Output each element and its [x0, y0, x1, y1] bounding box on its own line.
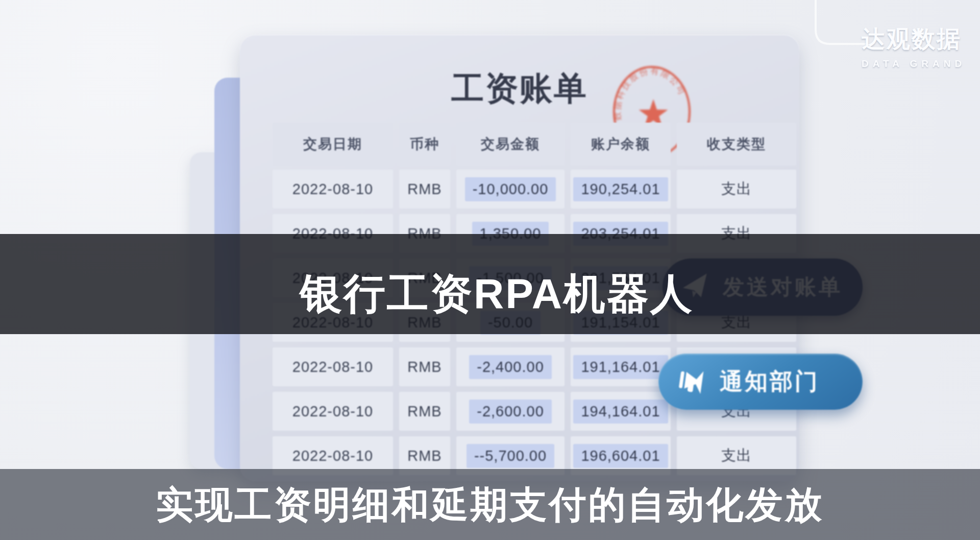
cell-date: 2022-08-10 — [273, 170, 393, 208]
col-header-amount: 交易金额 — [456, 123, 565, 166]
main-title: 银行工资RPA机器人 — [300, 266, 694, 322]
subtitle-text: 实现工资明细和延期支付的自动化发放 — [156, 478, 824, 531]
bill-title: 工资账单 — [240, 66, 799, 111]
cell-balance: 194,164.01 — [571, 392, 671, 431]
notify-department-button[interactable]: 通知部门 — [658, 354, 863, 410]
col-header-currency: 币种 — [399, 123, 450, 166]
logo-english: DATA GRAND — [862, 58, 966, 69]
promo-screenshot: 工资账单 数据科技股份有限公司 交易日期 币种 交易金额 账户余额 — [0, 0, 980, 540]
cell-currency: RMB — [399, 392, 450, 431]
cell-amount: -10,000.00 — [456, 170, 565, 208]
subtitle-band: 实现工资明细和延期支付的自动化发放 — [0, 469, 980, 540]
megaphone-icon — [677, 367, 706, 396]
cell-amount: -2,400.00 — [456, 347, 565, 386]
cell-currency: RMB — [399, 347, 450, 386]
cell-amount: -2,600.00 — [456, 392, 565, 431]
cell-currency: RMB — [399, 170, 450, 208]
cell-type: 支出 — [677, 170, 796, 208]
cell-balance: 190,254.01 — [571, 170, 671, 208]
cell-date: 2022-08-10 — [273, 347, 393, 386]
notify-department-label: 通知部门 — [720, 366, 820, 397]
col-header-date: 交易日期 — [273, 123, 393, 166]
col-header-type: 收支类型 — [677, 123, 796, 166]
logo-chinese: 达观数据 — [862, 24, 966, 55]
table-row: 2022-08-10 RMB -10,000.00 190,254.01 支出 — [273, 170, 796, 208]
cell-date: 2022-08-10 — [273, 392, 393, 431]
datagrand-logo: 达观数据 DATA GRAND — [862, 24, 966, 69]
col-header-balance: 账户余额 — [571, 123, 671, 166]
table-header-row: 交易日期 币种 交易金额 账户余额 收支类型 — [273, 123, 796, 166]
cell-balance: 191,164.01 — [571, 347, 671, 386]
